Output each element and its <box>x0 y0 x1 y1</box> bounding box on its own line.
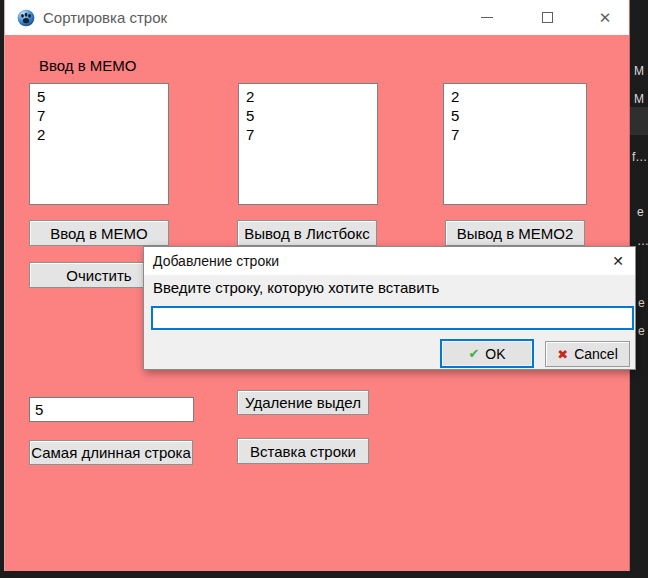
maximize-icon <box>542 12 553 23</box>
listbox-output[interactable]: 2 5 7 <box>238 83 378 205</box>
desktop-text-fragment: e <box>638 296 645 310</box>
title-bar[interactable]: Сортировка строк ✕ <box>5 0 629 35</box>
screen: М М f… e … e e <box>0 0 648 578</box>
dialog-close-button[interactable]: ✕ <box>601 247 635 275</box>
desktop-text-fragment: … <box>637 234 648 248</box>
cancel-button[interactable]: ✖ Cancel <box>545 341 630 367</box>
desktop-text-fragment: М <box>634 64 644 78</box>
output-listbox-button[interactable]: Вывод в Листбокс <box>237 220 377 246</box>
memo2-output[interactable]: 2 5 7 <box>443 83 587 205</box>
longest-line-button[interactable]: Самая длинная строка <box>29 440 193 465</box>
cancel-button-label: Cancel <box>574 346 618 362</box>
memo-input[interactable]: 5 7 2 <box>29 83 169 205</box>
background-selected-row <box>630 107 648 135</box>
delete-selected-button[interactable]: Удаление выдел <box>237 390 369 415</box>
dialog-title: Добавление строки <box>153 253 279 269</box>
minimize-icon <box>481 17 493 18</box>
paw-app-icon <box>17 9 35 27</box>
desktop-text-fragment: f… <box>632 150 647 164</box>
desktop-text-fragment: e <box>638 324 645 338</box>
longest-line-field[interactable] <box>29 397 194 422</box>
insert-line-button[interactable]: Вставка строки <box>237 438 369 464</box>
memo-input-label: Ввод в MEMO <box>39 57 137 74</box>
maximize-button[interactable] <box>527 0 567 35</box>
close-icon: ✕ <box>612 253 624 269</box>
dialog-prompt-label: Введите строку, которую хотите вставить <box>153 279 439 296</box>
dialog-text-input[interactable] <box>151 306 634 330</box>
ok-button[interactable]: ✔ OK <box>440 339 534 368</box>
window-title: Сортировка строк <box>43 9 167 26</box>
dialog-title-bar[interactable]: Добавление строки ✕ <box>144 247 635 275</box>
desktop-text-fragment: e <box>637 205 644 219</box>
close-button[interactable]: ✕ <box>585 0 625 35</box>
output-memo2-button[interactable]: Вывод в MEMO2 <box>445 220 585 246</box>
input-memo-button[interactable]: Ввод в MEMO <box>29 220 169 246</box>
desktop-text-fragment: М <box>634 92 644 106</box>
ok-button-label: OK <box>485 346 505 362</box>
minimize-button[interactable] <box>467 0 507 35</box>
check-icon: ✔ <box>468 346 479 361</box>
x-icon: ✖ <box>557 347 568 362</box>
close-icon: ✕ <box>599 9 612 27</box>
add-line-dialog: Добавление строки ✕ Введите строку, кото… <box>143 246 636 370</box>
